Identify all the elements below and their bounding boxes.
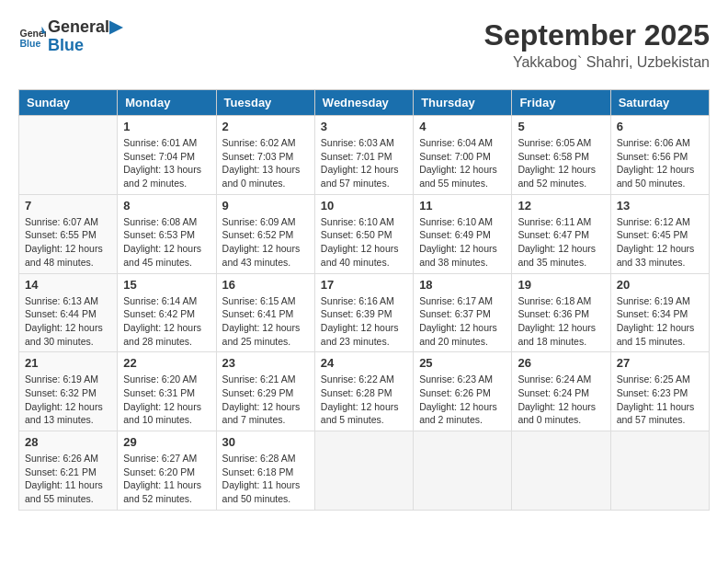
day-number: 12 (518, 199, 604, 213)
day-info: Sunrise: 6:13 AMSunset: 6:44 PMDaylight:… (25, 294, 111, 349)
calendar-cell: 12Sunrise: 6:11 AMSunset: 6:47 PMDayligh… (512, 194, 610, 273)
day-info: Sunrise: 6:17 AMSunset: 6:37 PMDaylight:… (419, 294, 506, 349)
weekday-header-saturday: Saturday (610, 90, 709, 116)
day-info: Sunrise: 6:08 AMSunset: 6:53 PMDaylight:… (123, 215, 210, 270)
day-number: 6 (617, 120, 703, 133)
day-number: 4 (419, 120, 506, 133)
day-info: Sunrise: 6:22 AMSunset: 6:28 PMDaylight:… (321, 373, 407, 427)
day-number: 13 (617, 199, 703, 213)
calendar-cell: 11Sunrise: 6:10 AMSunset: 6:49 PMDayligh… (414, 194, 512, 273)
calendar-cell: 28Sunrise: 6:26 AMSunset: 6:21 PMDayligh… (19, 431, 118, 511)
day-info: Sunrise: 6:09 AMSunset: 6:52 PMDaylight:… (222, 215, 309, 270)
day-info: Sunrise: 6:24 AMSunset: 6:24 PMDaylight:… (518, 373, 604, 427)
calendar-cell: 2Sunrise: 6:02 AMSunset: 7:03 PMDaylight… (216, 116, 314, 195)
day-number: 25 (419, 356, 506, 370)
day-number: 9 (222, 199, 309, 213)
logo-text: General▶ Blue (48, 18, 122, 55)
day-number: 20 (617, 278, 703, 292)
calendar-cell: 29Sunrise: 6:27 AMSunset: 6:20 PMDayligh… (118, 431, 216, 511)
calendar-cell (314, 431, 413, 511)
calendar-cell (19, 116, 118, 195)
day-number: 11 (419, 199, 506, 213)
day-number: 27 (617, 356, 703, 370)
day-info: Sunrise: 6:11 AMSunset: 6:47 PMDaylight:… (518, 215, 604, 270)
day-number: 5 (518, 120, 604, 133)
day-info: Sunrise: 6:26 AMSunset: 6:21 PMDaylight:… (25, 452, 111, 506)
day-number: 23 (222, 356, 309, 370)
day-number: 16 (222, 278, 309, 292)
day-info: Sunrise: 6:18 AMSunset: 6:36 PMDaylight:… (518, 294, 604, 349)
day-number: 10 (321, 199, 407, 213)
day-info: Sunrise: 6:23 AMSunset: 6:26 PMDaylight:… (419, 373, 506, 427)
calendar-cell: 21Sunrise: 6:19 AMSunset: 6:32 PMDayligh… (19, 352, 118, 431)
calendar-cell: 6Sunrise: 6:06 AMSunset: 6:56 PMDaylight… (610, 116, 709, 195)
calendar-cell: 22Sunrise: 6:20 AMSunset: 6:31 PMDayligh… (118, 352, 216, 431)
calendar-cell: 5Sunrise: 6:05 AMSunset: 6:58 PMDaylight… (512, 116, 610, 195)
day-info: Sunrise: 6:20 AMSunset: 6:31 PMDaylight:… (123, 373, 210, 427)
day-number: 15 (123, 278, 210, 292)
calendar-cell: 3Sunrise: 6:03 AMSunset: 7:01 PMDaylight… (314, 116, 413, 195)
calendar-cell: 23Sunrise: 6:21 AMSunset: 6:29 PMDayligh… (216, 352, 314, 431)
calendar-cell: 26Sunrise: 6:24 AMSunset: 6:24 PMDayligh… (512, 352, 610, 431)
day-number: 19 (518, 278, 604, 292)
calendar-cell: 30Sunrise: 6:28 AMSunset: 6:18 PMDayligh… (216, 431, 314, 511)
day-info: Sunrise: 6:04 AMSunset: 7:00 PMDaylight:… (419, 136, 506, 190)
day-number: 18 (419, 278, 506, 292)
calendar-cell: 4Sunrise: 6:04 AMSunset: 7:00 PMDaylight… (414, 116, 512, 195)
calendar-table: SundayMondayTuesdayWednesdayThursdayFrid… (18, 89, 710, 511)
day-info: Sunrise: 6:12 AMSunset: 6:45 PMDaylight:… (617, 215, 703, 270)
weekday-header-friday: Friday (512, 90, 610, 116)
day-info: Sunrise: 6:15 AMSunset: 6:41 PMDaylight:… (222, 294, 309, 349)
day-number: 24 (321, 356, 407, 370)
day-number: 2 (222, 120, 309, 133)
day-number: 28 (25, 435, 111, 449)
calendar-cell: 15Sunrise: 6:14 AMSunset: 6:42 PMDayligh… (118, 273, 216, 352)
calendar-cell: 25Sunrise: 6:23 AMSunset: 6:26 PMDayligh… (414, 352, 512, 431)
day-number: 3 (321, 120, 407, 133)
day-info: Sunrise: 6:14 AMSunset: 6:42 PMDaylight:… (123, 294, 210, 349)
calendar-cell: 1Sunrise: 6:01 AMSunset: 7:04 PMDaylight… (118, 116, 216, 195)
location-subtitle: Yakkabog` Shahri, Uzbekistan (484, 54, 710, 71)
calendar-cell: 24Sunrise: 6:22 AMSunset: 6:28 PMDayligh… (314, 352, 413, 431)
day-info: Sunrise: 6:02 AMSunset: 7:03 PMDaylight:… (222, 136, 309, 190)
day-info: Sunrise: 6:01 AMSunset: 7:04 PMDaylight:… (123, 136, 210, 190)
day-number: 14 (25, 278, 111, 292)
calendar-cell (610, 431, 709, 511)
day-info: Sunrise: 6:27 AMSunset: 6:20 PMDaylight:… (123, 452, 210, 506)
calendar-cell: 17Sunrise: 6:16 AMSunset: 6:39 PMDayligh… (314, 273, 413, 352)
calendar-cell: 7Sunrise: 6:07 AMSunset: 6:55 PMDaylight… (19, 194, 118, 273)
day-number: 8 (123, 199, 210, 213)
calendar-cell: 10Sunrise: 6:10 AMSunset: 6:50 PMDayligh… (314, 194, 413, 273)
calendar-cell: 14Sunrise: 6:13 AMSunset: 6:44 PMDayligh… (19, 273, 118, 352)
calendar-cell: 20Sunrise: 6:19 AMSunset: 6:34 PMDayligh… (610, 273, 709, 352)
month-title: September 2025 (484, 18, 710, 52)
weekday-header-thursday: Thursday (414, 90, 512, 116)
weekday-header-sunday: Sunday (19, 90, 118, 116)
calendar-cell (414, 431, 512, 511)
calendar-cell: 8Sunrise: 6:08 AMSunset: 6:53 PMDaylight… (118, 194, 216, 273)
weekday-header-wednesday: Wednesday (314, 90, 413, 116)
day-number: 22 (123, 356, 210, 370)
calendar-cell (512, 431, 610, 511)
day-number: 26 (518, 356, 604, 370)
day-info: Sunrise: 6:28 AMSunset: 6:18 PMDaylight:… (222, 452, 309, 506)
calendar-cell: 27Sunrise: 6:25 AMSunset: 6:23 PMDayligh… (610, 352, 709, 431)
calendar-cell: 19Sunrise: 6:18 AMSunset: 6:36 PMDayligh… (512, 273, 610, 352)
day-info: Sunrise: 6:16 AMSunset: 6:39 PMDaylight:… (321, 294, 407, 349)
svg-text:Blue: Blue (20, 37, 41, 48)
day-info: Sunrise: 6:21 AMSunset: 6:29 PMDaylight:… (222, 373, 309, 427)
calendar-cell: 9Sunrise: 6:09 AMSunset: 6:52 PMDaylight… (216, 194, 314, 273)
day-info: Sunrise: 6:19 AMSunset: 6:32 PMDaylight:… (25, 373, 111, 427)
logo: General Blue General▶ Blue (18, 18, 122, 55)
day-number: 7 (25, 199, 111, 213)
day-info: Sunrise: 6:19 AMSunset: 6:34 PMDaylight:… (617, 294, 703, 349)
calendar-cell: 13Sunrise: 6:12 AMSunset: 6:45 PMDayligh… (610, 194, 709, 273)
calendar-cell: 18Sunrise: 6:17 AMSunset: 6:37 PMDayligh… (414, 273, 512, 352)
day-number: 1 (123, 120, 210, 133)
day-number: 17 (321, 278, 407, 292)
day-info: Sunrise: 6:06 AMSunset: 6:56 PMDaylight:… (617, 136, 703, 190)
day-number: 29 (123, 435, 210, 449)
weekday-header-monday: Monday (118, 90, 216, 116)
day-info: Sunrise: 6:05 AMSunset: 6:58 PMDaylight:… (518, 136, 604, 190)
weekday-header-tuesday: Tuesday (216, 90, 314, 116)
